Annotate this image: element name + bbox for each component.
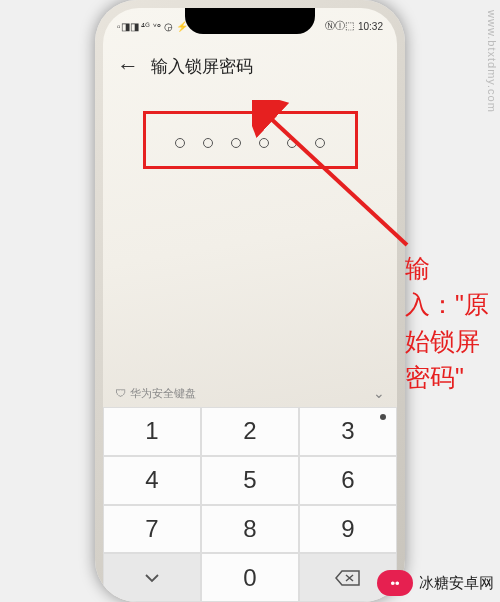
key-1[interactable]: 1 (103, 407, 201, 456)
key-5[interactable]: 5 (201, 456, 299, 505)
pin-dot (203, 138, 213, 148)
backspace-icon (335, 569, 361, 587)
brand-text: 冰糖安卓网 (419, 574, 494, 593)
keyboard-label: 华为安全键盘 (130, 386, 196, 401)
status-right: ⓃⒾ⬚ 10:32 (325, 16, 383, 36)
shield-icon: 🛡 (115, 387, 126, 399)
status-right-icons: ⓃⒾ⬚ (325, 19, 354, 33)
key-2[interactable]: 2 (201, 407, 299, 456)
pin-dot (175, 138, 185, 148)
key-6[interactable]: 6 (299, 456, 397, 505)
key-7[interactable]: 7 (103, 505, 201, 554)
key-8[interactable]: 8 (201, 505, 299, 554)
key-collapse[interactable] (103, 553, 201, 602)
status-left-icons: ▫◨◨ ⁴ᴳ ᵛᵒ ◶ ⚡ (117, 16, 188, 36)
pin-dot (287, 138, 297, 148)
back-icon[interactable]: ← (117, 53, 139, 79)
status-time: 10:32 (358, 21, 383, 32)
chevron-down-icon (142, 568, 162, 588)
key-0[interactable]: 0 (201, 553, 299, 602)
key-9[interactable]: 9 (299, 505, 397, 554)
brand-badge: •• 冰糖安卓网 (377, 570, 494, 596)
watermark-text: www.btxtdmy.com (484, 0, 500, 123)
phone-screen: ▫◨◨ ⁴ᴳ ᵛᵒ ◶ ⚡ ⓃⒾ⬚ 10:32 ← 输入锁屏密码 🛡 华为安全键… (103, 8, 397, 602)
pin-dot (231, 138, 241, 148)
pin-dot (259, 138, 269, 148)
keyboard-label-row: 🛡 华为安全键盘 ⌄ (103, 379, 397, 407)
brand-logo-icon: •• (377, 570, 413, 596)
pin-input-area[interactable] (175, 138, 325, 148)
notch (185, 8, 315, 34)
title-bar: ← 输入锁屏密码 (103, 46, 397, 86)
annotation-text: 输入："原始锁屏密码" (405, 250, 495, 395)
page-title: 输入锁屏密码 (151, 55, 253, 78)
key-4[interactable]: 4 (103, 456, 201, 505)
key-3[interactable]: 3 (299, 407, 397, 456)
numeric-keypad: 1 2 3 4 5 6 7 8 9 0 (103, 407, 397, 602)
pin-dot (315, 138, 325, 148)
phone-frame: ▫◨◨ ⁴ᴳ ᵛᵒ ◶ ⚡ ⓃⒾ⬚ 10:32 ← 输入锁屏密码 🛡 华为安全键… (95, 0, 405, 602)
collapse-keyboard-icon[interactable]: ⌄ (373, 385, 385, 401)
